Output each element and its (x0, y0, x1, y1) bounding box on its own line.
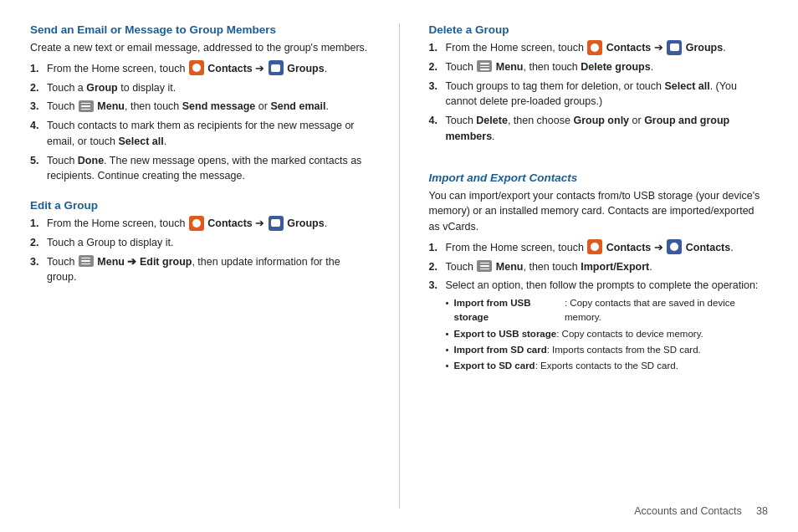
delete-step-num-1: 1. (429, 40, 446, 56)
delete-step-1: 1. From the Home screen, touch Contacts … (429, 40, 769, 56)
contacts-blue-icon-ie1 (667, 239, 682, 254)
contacts-icon-1 (189, 60, 204, 75)
footer-label: Accounts and Contacts (634, 505, 742, 517)
section-edit-group: Edit a Group 1. From the Home screen, to… (30, 199, 370, 289)
edit-step-1: 1. From the Home screen, touch Contacts … (30, 216, 370, 232)
section-delete-group-title: Delete a Group (429, 23, 769, 36)
delete-step-num-4: 4. (429, 113, 446, 129)
step-num-4: 4. (30, 118, 47, 134)
ie-step-content-1: From the Home screen, touch Contacts ➔ C… (446, 240, 769, 256)
section-edit-group-title: Edit a Group (30, 199, 370, 212)
section-delete-group: Delete a Group 1. From the Home screen, … (429, 23, 769, 148)
menu-icon-ie1 (477, 260, 492, 272)
delete-group-steps: 1. From the Home screen, touch Contacts … (429, 40, 769, 145)
step-3: 3. Touch Menu, then touch Send message o… (30, 99, 370, 115)
groups-icon-d1 (667, 40, 682, 55)
ie-bullet-2: Export to USB storage: Copy contacts to … (446, 327, 769, 341)
ie-step-2: 2. Touch Menu, then touch Import/Export. (429, 259, 769, 275)
ie-step-num-1: 1. (429, 240, 446, 256)
ie-step-content-2: Touch Menu, then touch Import/Export. (446, 259, 769, 275)
step-5: 5. Touch Done. The new message opens, wi… (30, 153, 370, 185)
ie-step-num-3: 3. (429, 278, 446, 294)
delete-step-3: 3. Touch groups to tag them for deletion… (429, 79, 769, 110)
section-send-email: Send an Email or Message to Group Member… (30, 23, 370, 187)
section-import-export-title: Import and Export Contacts (429, 171, 769, 184)
delete-step-content-4: Touch Delete, then choose Group only or … (446, 113, 769, 145)
section-send-email-intro: Create a new text or email message, addr… (30, 40, 370, 56)
ie-step-3: 3. Select an option, then follow the pro… (429, 278, 769, 375)
delete-step-content-2: Touch Menu, then touch Delete groups. (446, 59, 769, 75)
section-send-email-title: Send an Email or Message to Group Member… (30, 23, 370, 36)
edit-step-content-1: From the Home screen, touch Contacts ➔ G… (47, 216, 370, 232)
delete-step-4: 4. Touch Delete, then choose Group only … (429, 113, 769, 145)
left-column: Send an Email or Message to Group Member… (30, 23, 370, 509)
footer: Accounts and Contacts 38 (634, 505, 768, 517)
ie-step-num-2: 2. (429, 259, 446, 275)
menu-icon-e1 (79, 255, 94, 267)
edit-step-num-1: 1. (30, 216, 47, 232)
step-2: 2. Touch a Group to display it. (30, 80, 370, 96)
edit-step-num-3: 3. (30, 254, 47, 270)
contacts-icon-e1 (189, 216, 204, 231)
ie-bullet-3: Import from SD card: Imports contacts fr… (446, 343, 769, 357)
menu-icon-d1 (477, 60, 492, 72)
ie-step-content-3: Select an option, then follow the prompt… (446, 278, 769, 375)
ie-bullet-1: Import from USB storage: Copy contacts t… (446, 296, 769, 325)
step-1: 1. From the Home screen, touch Contacts … (30, 61, 370, 77)
ie-bullet-4: Export to SD card: Exports contacts to t… (446, 359, 769, 373)
groups-icon-1 (269, 60, 284, 75)
groups-icon-e1 (269, 216, 284, 231)
delete-step-num-3: 3. (429, 79, 446, 95)
contacts-icon-d1 (587, 40, 602, 55)
step-content-2: Touch a Group to display it. (47, 80, 370, 96)
ie-step-1: 1. From the Home screen, touch Contacts … (429, 240, 769, 256)
edit-step-content-3: Touch Menu ➔ Edit group, then update inf… (47, 254, 370, 286)
step-num-2: 2. (30, 80, 47, 96)
ie-sub-bullets: Import from USB storage: Copy contacts t… (446, 296, 769, 373)
edit-group-steps: 1. From the Home screen, touch Contacts … (30, 216, 370, 285)
edit-step-3: 3. Touch Menu ➔ Edit group, then update … (30, 254, 370, 286)
step-content-1: From the Home screen, touch Contacts ➔ G… (47, 61, 370, 77)
step-num-5: 5. (30, 153, 47, 169)
step-content-4: Touch contacts to mark them as recipient… (47, 118, 370, 150)
delete-step-content-1: From the Home screen, touch Contacts ➔ G… (446, 40, 769, 56)
step-content-5: Touch Done. The new message opens, with … (47, 153, 370, 185)
contacts-icon-ie1 (587, 239, 602, 254)
step-content-3: Touch Menu, then touch Send message or S… (47, 99, 370, 115)
edit-step-content-2: Touch a Group to display it. (47, 235, 370, 251)
step-num-1: 1. (30, 61, 47, 77)
edit-step-2: 2. Touch a Group to display it. (30, 235, 370, 251)
step-num-3: 3. (30, 99, 47, 115)
section-import-export: Import and Export Contacts You can impor… (429, 160, 769, 379)
column-divider (399, 23, 400, 509)
footer-page: 38 (756, 505, 768, 517)
step-4: 4. Touch contacts to mark them as recipi… (30, 118, 370, 150)
edit-step-num-2: 2. (30, 235, 47, 251)
page: Send an Email or Message to Group Member… (0, 0, 798, 532)
send-email-steps: 1. From the Home screen, touch Contacts … (30, 61, 370, 184)
import-export-steps: 1. From the Home screen, touch Contacts … (429, 240, 769, 376)
delete-step-content-3: Touch groups to tag them for deletion, o… (446, 79, 769, 110)
delete-step-num-2: 2. (429, 59, 446, 75)
delete-step-2: 2. Touch Menu, then touch Delete groups. (429, 59, 769, 75)
right-column: Delete a Group 1. From the Home screen, … (429, 23, 769, 509)
menu-icon-1 (79, 100, 94, 112)
section-import-export-intro: You can import/export your contacts from… (429, 188, 769, 235)
